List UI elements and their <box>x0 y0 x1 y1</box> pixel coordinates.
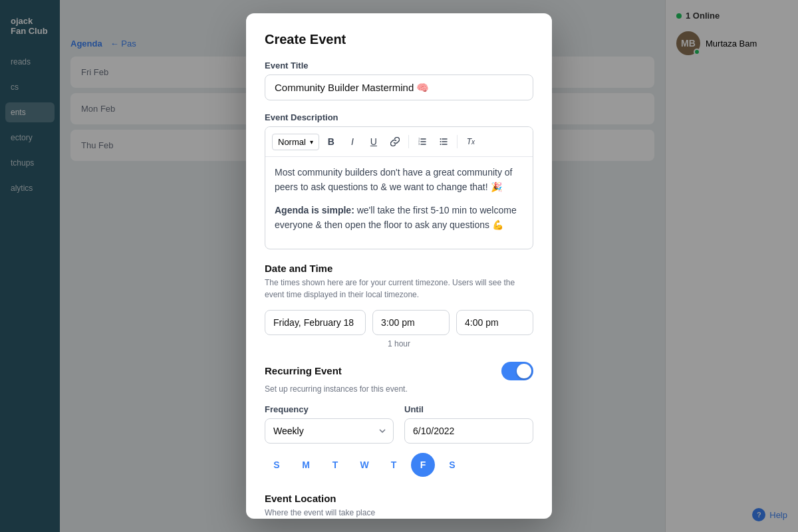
link-icon <box>390 137 400 146</box>
modal-overlay: Create Event Event Title Event Descripti… <box>0 0 798 532</box>
frequency-select[interactable]: Weekly <box>265 418 394 444</box>
frequency-label: Frequency <box>265 404 394 414</box>
create-event-modal: Create Event Event Title Event Descripti… <box>246 13 552 519</box>
date-time-section-title: Date and Time <box>265 263 533 274</box>
day-sunday[interactable]: S <box>265 453 289 477</box>
toggle-knob <box>517 364 531 378</box>
recurring-toggle[interactable] <box>501 362 533 380</box>
frequency-group: Frequency Weekly <box>265 404 394 444</box>
day-monday[interactable]: M <box>294 453 318 477</box>
event-title-label: Event Title <box>265 61 533 70</box>
until-group: Until <box>404 404 533 444</box>
event-description-label: Event Description <box>265 112 533 122</box>
event-title-input[interactable] <box>265 74 533 100</box>
svg-text:3: 3 <box>418 142 420 146</box>
format-select[interactable]: Normal ▾ <box>272 134 319 150</box>
frequency-row: Frequency Weekly Until <box>265 404 533 444</box>
toolbar-divider-2 <box>457 135 458 148</box>
location-hint: Where the event will take place <box>265 507 533 519</box>
until-label: Until <box>404 404 533 414</box>
recurring-hint: Set up recurring instances for this even… <box>265 384 533 394</box>
clear-format-button[interactable]: Tx <box>462 132 480 151</box>
unordered-list-button[interactable] <box>434 132 453 151</box>
svg-point-10 <box>440 141 441 142</box>
svg-point-11 <box>440 144 441 145</box>
description-editor: Normal ▾ B I U <box>265 126 533 249</box>
day-thursday[interactable]: T <box>382 453 406 477</box>
day-wednesday[interactable]: W <box>352 453 376 477</box>
day-tuesday[interactable]: T <box>323 453 347 477</box>
bold-button[interactable]: B <box>322 132 340 151</box>
day-saturday[interactable]: S <box>440 453 464 477</box>
day-friday[interactable]: F <box>411 453 435 477</box>
toolbar-divider <box>408 135 409 148</box>
date-input[interactable]: Friday, February 18 <box>265 310 366 335</box>
datetime-row: Friday, February 18 3:00 pm 4:00 pm <box>265 310 533 335</box>
underline-button[interactable]: U <box>364 132 383 151</box>
italic-button[interactable]: I <box>343 132 362 151</box>
start-time-input[interactable]: 3:00 pm <box>372 310 450 335</box>
recurring-title: Recurring Event <box>265 365 342 376</box>
format-chevron-icon: ▾ <box>310 138 313 146</box>
until-input[interactable] <box>404 418 533 444</box>
description-paragraph-1: Most community builders don't have a gre… <box>275 165 523 195</box>
modal-title: Create Event <box>265 32 533 47</box>
end-time-input[interactable]: 4:00 pm <box>456 310 533 335</box>
ordered-list-button[interactable]: 1 2 3 <box>413 132 432 151</box>
svg-point-9 <box>440 138 441 140</box>
ordered-list-icon: 1 2 3 <box>418 137 427 146</box>
duration-text: 1 hour <box>265 339 533 348</box>
days-of-week-row: S M T W T F S <box>265 453 533 477</box>
recurring-row: Recurring Event <box>265 362 533 380</box>
description-paragraph-2: Agenda is simple: we'll take the first 5… <box>275 203 523 233</box>
date-time-hint: The times shown here are for your curren… <box>265 277 533 301</box>
editor-toolbar: Normal ▾ B I U <box>265 127 533 157</box>
location-section-title: Event Location <box>265 493 533 504</box>
description-bold-text: Agenda is simple: <box>275 205 354 215</box>
format-select-label: Normal <box>278 137 306 147</box>
link-button[interactable] <box>386 132 404 151</box>
unordered-list-icon <box>439 137 448 146</box>
editor-content-area[interactable]: Most community builders don't have a gre… <box>265 157 533 249</box>
